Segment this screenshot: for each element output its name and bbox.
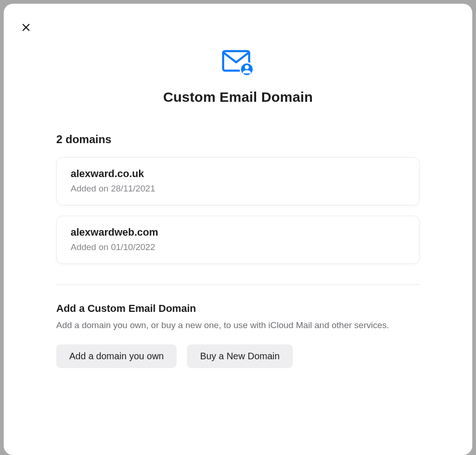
mail-person-icon: [13, 49, 463, 76]
section-divider: [56, 284, 420, 285]
domain-card[interactable]: alexwardweb.com Added on 01/10/2022: [56, 216, 420, 264]
content-area: 2 domains alexward.co.uk Added on 28/11/…: [56, 133, 420, 368]
svg-point-4: [245, 65, 249, 69]
domain-name: alexwardweb.com: [71, 226, 405, 238]
domain-name: alexward.co.uk: [71, 168, 405, 180]
close-button[interactable]: [20, 21, 33, 34]
add-own-domain-button[interactable]: Add a domain you own: [56, 344, 177, 368]
domain-card[interactable]: alexward.co.uk Added on 28/11/2021: [56, 157, 420, 205]
close-icon: [21, 22, 31, 34]
domain-count-heading: 2 domains: [56, 133, 420, 146]
add-domain-buttons: Add a domain you own Buy a New Domain: [56, 344, 420, 368]
add-domain-title: Add a Custom Email Domain: [56, 303, 420, 315]
page-title: Custom Email Domain: [13, 89, 463, 105]
buy-new-domain-button[interactable]: Buy a New Domain: [187, 344, 292, 368]
domain-added-date: Added on 28/11/2021: [71, 184, 405, 194]
domain-added-date: Added on 01/10/2022: [71, 242, 405, 252]
add-domain-description: Add a domain you own, or buy a new one, …: [56, 320, 420, 330]
custom-email-domain-modal: Custom Email Domain 2 domains alexward.c…: [4, 4, 472, 455]
